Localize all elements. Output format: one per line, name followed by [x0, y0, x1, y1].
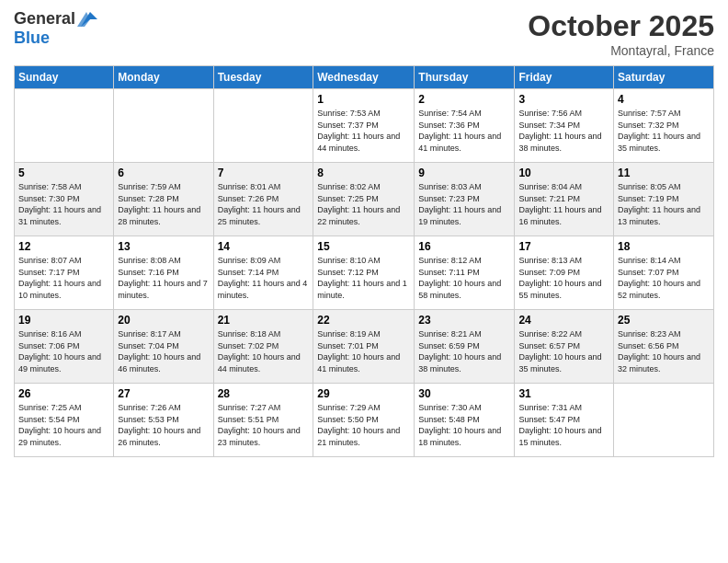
day-info: Sunrise: 7:54 AM Sunset: 7:36 PM Dayligh…: [418, 108, 510, 154]
table-row: 13Sunrise: 8:08 AM Sunset: 7:16 PM Dayli…: [114, 236, 213, 310]
col-tuesday: Tuesday: [213, 66, 313, 89]
day-number: 10: [518, 167, 609, 179]
calendar-week-row: 12Sunrise: 8:07 AM Sunset: 7:17 PM Dayli…: [15, 236, 714, 310]
table-row: [614, 384, 714, 457]
table-row: 30Sunrise: 7:30 AM Sunset: 5:48 PM Dayli…: [415, 384, 515, 457]
day-info: Sunrise: 8:16 AM Sunset: 7:06 PM Dayligh…: [18, 328, 109, 374]
day-info: Sunrise: 7:31 AM Sunset: 5:47 PM Dayligh…: [518, 402, 609, 448]
day-info: Sunrise: 7:56 AM Sunset: 7:34 PM Dayligh…: [518, 108, 609, 154]
day-info: Sunrise: 7:58 AM Sunset: 7:30 PM Dayligh…: [18, 181, 109, 227]
day-info: Sunrise: 7:59 AM Sunset: 7:28 PM Dayligh…: [118, 181, 209, 227]
table-row: [15, 89, 114, 163]
col-saturday: Saturday: [614, 66, 714, 89]
day-info: Sunrise: 8:17 AM Sunset: 7:04 PM Dayligh…: [118, 328, 209, 374]
table-row: 16Sunrise: 8:12 AM Sunset: 7:11 PM Dayli…: [415, 236, 515, 310]
day-info: Sunrise: 8:18 AM Sunset: 7:02 PM Dayligh…: [218, 328, 310, 374]
month-title: October 2025: [528, 9, 714, 43]
day-number: 6: [118, 167, 209, 179]
day-number: 31: [518, 387, 609, 400]
day-number: 2: [418, 93, 510, 106]
table-row: 17Sunrise: 8:13 AM Sunset: 7:09 PM Dayli…: [515, 236, 614, 310]
table-row: 25Sunrise: 8:23 AM Sunset: 6:56 PM Dayli…: [614, 310, 714, 384]
calendar-week-row: 5Sunrise: 7:58 AM Sunset: 7:30 PM Daylig…: [15, 163, 714, 236]
day-info: Sunrise: 8:21 AM Sunset: 6:59 PM Dayligh…: [418, 328, 510, 374]
day-info: Sunrise: 8:02 AM Sunset: 7:25 PM Dayligh…: [317, 181, 410, 227]
col-monday: Monday: [114, 66, 213, 89]
day-number: 20: [118, 314, 209, 327]
day-number: 25: [618, 314, 710, 327]
logo-icon: [77, 10, 97, 29]
logo-blue: Blue: [14, 29, 97, 48]
calendar-week-row: 1Sunrise: 7:53 AM Sunset: 7:37 PM Daylig…: [15, 89, 714, 163]
day-number: 12: [18, 240, 109, 253]
day-info: Sunrise: 8:01 AM Sunset: 7:26 PM Dayligh…: [218, 181, 310, 227]
table-row: 14Sunrise: 8:09 AM Sunset: 7:14 PM Dayli…: [213, 236, 313, 310]
day-number: 14: [218, 240, 310, 253]
table-row: 11Sunrise: 8:05 AM Sunset: 7:19 PM Dayli…: [614, 163, 714, 236]
col-wednesday: Wednesday: [313, 66, 415, 89]
day-number: 27: [118, 387, 209, 400]
day-info: Sunrise: 8:07 AM Sunset: 7:17 PM Dayligh…: [18, 255, 109, 301]
table-row: 20Sunrise: 8:17 AM Sunset: 7:04 PM Dayli…: [114, 310, 213, 384]
day-info: Sunrise: 7:27 AM Sunset: 5:51 PM Dayligh…: [218, 402, 310, 448]
location-title: Montayral, France: [528, 43, 714, 58]
day-info: Sunrise: 8:22 AM Sunset: 6:57 PM Dayligh…: [518, 328, 609, 374]
table-row: 12Sunrise: 8:07 AM Sunset: 7:17 PM Dayli…: [15, 236, 114, 310]
day-info: Sunrise: 7:30 AM Sunset: 5:48 PM Dayligh…: [418, 402, 510, 448]
day-number: 21: [218, 314, 310, 327]
table-row: 15Sunrise: 8:10 AM Sunset: 7:12 PM Dayli…: [313, 236, 415, 310]
day-info: Sunrise: 8:03 AM Sunset: 7:23 PM Dayligh…: [418, 181, 510, 227]
day-info: Sunrise: 8:14 AM Sunset: 7:07 PM Dayligh…: [618, 255, 710, 301]
day-info: Sunrise: 7:53 AM Sunset: 7:37 PM Dayligh…: [317, 108, 410, 154]
day-info: Sunrise: 8:12 AM Sunset: 7:11 PM Dayligh…: [418, 255, 510, 301]
calendar-week-row: 19Sunrise: 8:16 AM Sunset: 7:06 PM Dayli…: [15, 310, 714, 384]
calendar-header-row: Sunday Monday Tuesday Wednesday Thursday…: [15, 66, 714, 89]
table-row: 23Sunrise: 8:21 AM Sunset: 6:59 PM Dayli…: [415, 310, 515, 384]
day-info: Sunrise: 8:23 AM Sunset: 6:56 PM Dayligh…: [618, 328, 710, 374]
day-number: 22: [317, 314, 410, 327]
day-number: 13: [118, 240, 209, 253]
header: General Blue October 2025 Montayral, Fra…: [14, 9, 714, 58]
day-number: 3: [518, 93, 609, 106]
table-row: [114, 89, 213, 163]
col-thursday: Thursday: [415, 66, 515, 89]
day-number: 23: [418, 314, 510, 327]
table-row: 2Sunrise: 7:54 AM Sunset: 7:36 PM Daylig…: [415, 89, 515, 163]
table-row: 24Sunrise: 8:22 AM Sunset: 6:57 PM Dayli…: [515, 310, 614, 384]
table-row: 19Sunrise: 8:16 AM Sunset: 7:06 PM Dayli…: [15, 310, 114, 384]
day-number: 18: [618, 240, 710, 253]
day-number: 28: [218, 387, 310, 400]
calendar-page: General Blue October 2025 Montayral, Fra…: [0, 0, 728, 563]
day-info: Sunrise: 8:19 AM Sunset: 7:01 PM Dayligh…: [317, 328, 410, 374]
calendar-week-row: 26Sunrise: 7:25 AM Sunset: 5:54 PM Dayli…: [15, 384, 714, 457]
table-row: 27Sunrise: 7:26 AM Sunset: 5:53 PM Dayli…: [114, 384, 213, 457]
day-number: 9: [418, 167, 510, 179]
day-info: Sunrise: 7:29 AM Sunset: 5:50 PM Dayligh…: [317, 402, 410, 448]
day-number: 17: [518, 240, 609, 253]
day-number: 19: [18, 314, 109, 327]
day-number: 1: [317, 93, 410, 106]
table-row: 26Sunrise: 7:25 AM Sunset: 5:54 PM Dayli…: [15, 384, 114, 457]
day-info: Sunrise: 7:26 AM Sunset: 5:53 PM Dayligh…: [118, 402, 209, 448]
table-row: 18Sunrise: 8:14 AM Sunset: 7:07 PM Dayli…: [614, 236, 714, 310]
table-row: 21Sunrise: 8:18 AM Sunset: 7:02 PM Dayli…: [213, 310, 313, 384]
table-row: 31Sunrise: 7:31 AM Sunset: 5:47 PM Dayli…: [515, 384, 614, 457]
day-info: Sunrise: 7:25 AM Sunset: 5:54 PM Dayligh…: [18, 402, 109, 448]
day-number: 8: [317, 167, 410, 179]
table-row: 7Sunrise: 8:01 AM Sunset: 7:26 PM Daylig…: [213, 163, 313, 236]
day-number: 26: [18, 387, 109, 400]
table-row: 29Sunrise: 7:29 AM Sunset: 5:50 PM Dayli…: [313, 384, 415, 457]
day-number: 15: [317, 240, 410, 253]
calendar-table: Sunday Monday Tuesday Wednesday Thursday…: [14, 65, 714, 457]
table-row: 9Sunrise: 8:03 AM Sunset: 7:23 PM Daylig…: [415, 163, 515, 236]
logo: General Blue: [14, 9, 97, 48]
day-number: 11: [618, 167, 710, 179]
day-number: 30: [418, 387, 510, 400]
day-number: 29: [317, 387, 410, 400]
day-info: Sunrise: 8:13 AM Sunset: 7:09 PM Dayligh…: [518, 255, 609, 301]
day-number: 4: [618, 93, 710, 106]
table-row: 10Sunrise: 8:04 AM Sunset: 7:21 PM Dayli…: [515, 163, 614, 236]
day-number: 24: [518, 314, 609, 327]
day-info: Sunrise: 8:09 AM Sunset: 7:14 PM Dayligh…: [218, 255, 310, 301]
table-row: 28Sunrise: 7:27 AM Sunset: 5:51 PM Dayli…: [213, 384, 313, 457]
